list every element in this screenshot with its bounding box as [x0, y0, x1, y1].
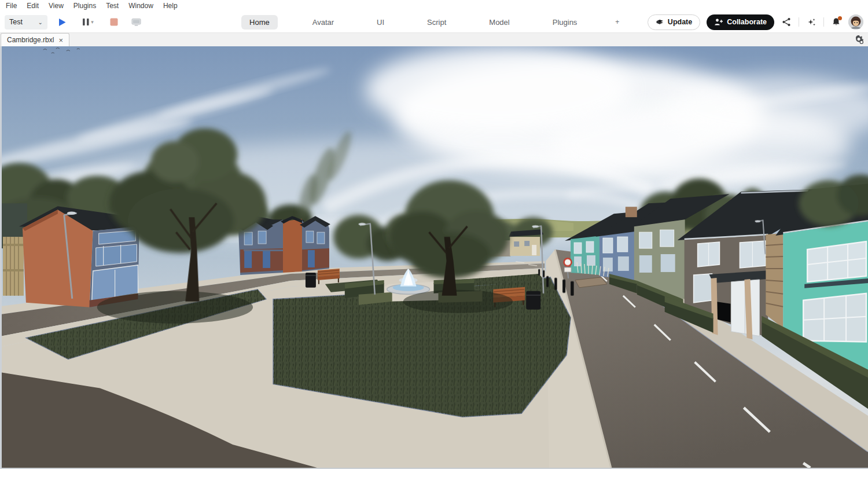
menu-edit[interactable]: Edit	[27, 2, 39, 10]
toolbar-divider	[823, 17, 824, 27]
tab-model[interactable]: Model	[481, 15, 517, 30]
notification-badge-dot	[838, 16, 842, 20]
stop-button[interactable]	[106, 14, 122, 30]
pause-button[interactable]: ▾	[76, 14, 100, 30]
roblox-studio-window: File Edit View Plugins Test Window Help …	[0, 0, 868, 488]
avatar-image	[848, 14, 863, 30]
tab-overflow-button[interactable]: +	[612, 15, 623, 29]
menu-help[interactable]: Help	[163, 2, 178, 10]
stop-icon	[110, 18, 118, 26]
menu-window[interactable]: Window	[128, 2, 153, 10]
ai-sparkle-icon	[807, 17, 816, 27]
update-button[interactable]: Update	[648, 14, 700, 30]
tab-home[interactable]: Home	[241, 15, 278, 30]
tab-plugins[interactable]: Plugins	[545, 15, 586, 30]
tab-script[interactable]: Script	[419, 15, 454, 30]
update-icon	[656, 18, 664, 26]
bin-left	[306, 273, 316, 288]
menu-plugins[interactable]: Plugins	[73, 2, 96, 10]
bin-right	[526, 291, 540, 310]
window-bottom-gap	[0, 469, 868, 488]
tab-ui[interactable]: UI	[369, 15, 392, 30]
tab-settings-button[interactable]	[854, 35, 864, 47]
document-tab-cambridge[interactable]: Cambridge.rbxl ×	[1, 33, 69, 46]
game-view-icon	[131, 18, 141, 27]
share-icon	[782, 17, 791, 27]
main-toolbar: Test ⌄ ▾ Home Avatar UI Script Model P	[0, 12, 868, 32]
menu-view[interactable]: View	[49, 2, 64, 10]
document-tab-label: Cambridge.rbxl	[7, 36, 54, 44]
close-tab-icon[interactable]: ×	[58, 36, 63, 44]
menu-file[interactable]: File	[6, 2, 17, 10]
collaborate-label: Collaborate	[727, 18, 767, 26]
left-fence	[2, 203, 27, 296]
play-button[interactable]	[54, 14, 69, 30]
chevron-down-icon: ⌄	[38, 19, 43, 25]
pause-options-chevron-icon[interactable]: ▾	[91, 19, 94, 25]
user-avatar[interactable]	[848, 14, 863, 30]
ribbon-tab-bar: Home Avatar UI Script Model Plugins +	[241, 12, 623, 32]
pause-icon	[82, 18, 90, 26]
viewport-3d[interactable]	[0, 46, 868, 469]
toolbar-divider	[799, 17, 799, 27]
game-view-button[interactable]	[128, 14, 144, 30]
document-tab-strip: Cambridge.rbxl ×	[0, 32, 868, 46]
test-mode-label: Test	[9, 18, 23, 26]
share-button[interactable]	[781, 16, 792, 28]
collaborate-button[interactable]: Collaborate	[707, 14, 774, 30]
assistant-button[interactable]	[806, 16, 817, 28]
collaborate-person-plus-icon	[714, 18, 723, 26]
play-icon	[58, 18, 67, 27]
update-label: Update	[668, 18, 692, 26]
scene-svg	[2, 46, 868, 468]
tab-avatar[interactable]: Avatar	[304, 15, 342, 30]
notifications-button[interactable]	[830, 16, 842, 28]
test-mode-dropdown[interactable]: Test ⌄	[5, 15, 47, 30]
menu-bar: File Edit View Plugins Test Window Help	[0, 0, 868, 12]
menu-test[interactable]: Test	[106, 2, 119, 10]
settings-gear-icon	[854, 35, 864, 45]
